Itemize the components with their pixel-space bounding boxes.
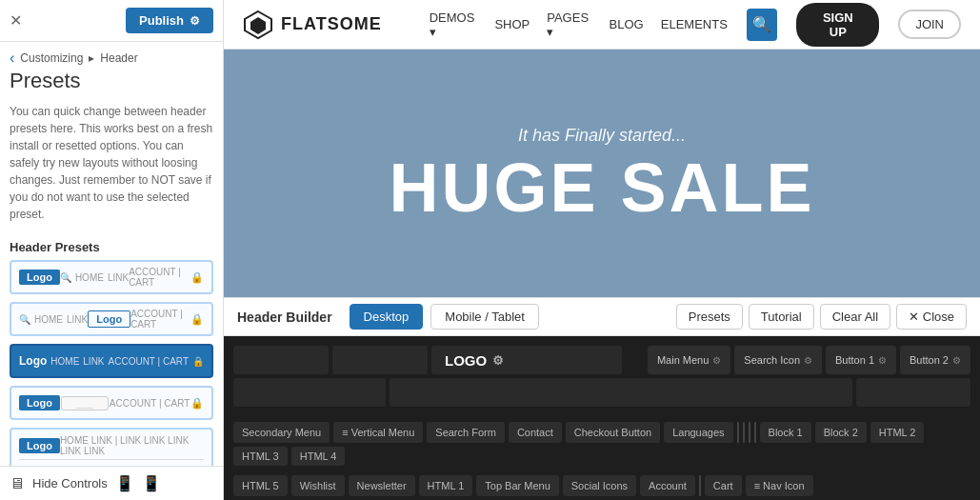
preset-account-3: ACCOUNT | CART	[109, 356, 189, 367]
main-area: FLATSOME DEMOS ▾ SHOP PAGES ▾ BLOG ELEME…	[224, 0, 980, 500]
widget-block1[interactable]: Block 1	[760, 422, 811, 443]
preset-item-4[interactable]: Logo ___ ACCOUNT | CART 🔒	[10, 386, 213, 420]
nav-elements[interactable]: ELEMENTS	[661, 17, 728, 31]
logo-text: FLATSOME	[281, 14, 382, 34]
publish-button[interactable]: Publish ⚙	[126, 8, 213, 33]
canvas-spacer	[626, 346, 644, 374]
button2-gear: ⚙	[952, 355, 961, 366]
button1-chip[interactable]: Button 1 ⚙	[826, 346, 896, 374]
widget-newsletter[interactable]: Newsletter	[349, 475, 415, 496]
widget-html5[interactable]: HTML 5	[233, 475, 288, 496]
button1-gear: ⚙	[878, 355, 887, 366]
widget-separator-4	[754, 422, 756, 443]
back-arrow-icon[interactable]: ‹	[10, 50, 14, 67]
builder-canvas: LOGO ⚙ Main Menu ⚙ Search Icon ⚙ Button …	[224, 336, 980, 416]
widget-checkout-button[interactable]: Checkout Button	[566, 422, 660, 443]
nav-pages[interactable]: PAGES ▾	[547, 10, 591, 39]
widget-separator-3	[749, 422, 750, 443]
tablet-icon[interactable]: 📱	[115, 474, 134, 492]
close-builder-button[interactable]: ✕ Close	[896, 304, 967, 330]
preset-account-1: ACCOUNT | CART	[129, 267, 190, 288]
widget-vertical-menu[interactable]: ≡ Vertical Menu	[333, 422, 423, 443]
search-icon-chip[interactable]: Search Icon ⚙	[734, 346, 822, 374]
tab-desktop[interactable]: Desktop	[350, 304, 424, 330]
widget-search-form[interactable]: Search Form	[427, 422, 505, 443]
hero-section: It has Finally started... HUGE SALE	[224, 50, 980, 297]
presets-list: Logo 🔍HOMELINK ACCOUNT | CART 🔒 🔍HOMELIN…	[0, 260, 223, 466]
panel-footer[interactable]: 🖥 Hide Controls 📱 📱	[0, 466, 223, 500]
nav-search-button[interactable]: 🔍	[747, 9, 777, 41]
mobile-icon[interactable]: 📱	[142, 474, 161, 492]
widget-wishlist[interactable]: Wishlist	[291, 475, 345, 496]
widget-secondary-menu[interactable]: Secondary Menu	[233, 422, 330, 443]
top-navbar: FLATSOME DEMOS ▾ SHOP PAGES ▾ BLOG ELEME…	[224, 0, 980, 50]
widget-cart[interactable]: Cart	[705, 475, 742, 496]
hero-subtitle: It has Finally started...	[518, 126, 686, 146]
bottom-bar: HTML 5 Wishlist Newsletter HTML 1 Top Ba…	[224, 471, 980, 500]
breadcrumb-child: Header	[100, 51, 137, 65]
canvas-main-row: LOGO ⚙ Main Menu ⚙ Search Icon ⚙ Button …	[233, 346, 970, 374]
preset-logo-2: Logo	[88, 310, 130, 328]
button2-chip[interactable]: Button 2 ⚙	[900, 346, 970, 374]
preset-item-3[interactable]: Logo HOMELINK ACCOUNT | CART 🔒	[10, 344, 213, 378]
preset-item-1[interactable]: Logo 🔍HOMELINK ACCOUNT | CART 🔒	[10, 260, 213, 294]
logo-cell[interactable]: LOGO ⚙	[431, 346, 622, 374]
nav-blog[interactable]: BLOG	[610, 17, 644, 31]
signup-button[interactable]: SIGN UP	[796, 3, 879, 47]
join-button[interactable]: JOIN	[898, 10, 961, 39]
desktop-icon[interactable]: 🖥	[10, 475, 25, 492]
panel-header: ✕ Publish ⚙	[0, 0, 223, 42]
empty-cell-1	[233, 378, 386, 407]
preset-links-5a: HOME LINK | LINK LINK LINK LINK LINK	[60, 435, 204, 456]
preset-links-3: HOMELINK	[50, 356, 104, 367]
preset-item-2[interactable]: 🔍HOMELINK Logo ACCOUNT | CART 🔒	[10, 302, 213, 336]
tab-mobile[interactable]: Mobile / Tablet	[430, 304, 539, 330]
button1-label: Button 1	[835, 354, 874, 366]
search-icon-gear: ⚙	[804, 355, 812, 366]
tutorial-button[interactable]: Tutorial	[749, 304, 814, 330]
preset-links-1: 🔍HOMELINK	[60, 272, 129, 283]
preset-account-4: ACCOUNT | CART	[110, 398, 190, 409]
widget-social-icons[interactable]: Social Icons	[563, 475, 636, 496]
widget-separator-1	[737, 422, 739, 443]
publish-label: Publish	[139, 13, 184, 28]
widget-languages[interactable]: Languages	[664, 422, 732, 443]
preset-item-5[interactable]: Logo HOME LINK | LINK LINK LINK LINK LIN…	[10, 428, 213, 466]
clear-all-button[interactable]: Clear All	[820, 304, 890, 330]
hb-actions: Presets Tutorial Clear All ✕ Close	[676, 304, 967, 330]
widget-html1[interactable]: HTML 1	[419, 475, 473, 496]
widget-bar: Secondary Menu ≡ Vertical Menu Search Fo…	[224, 416, 980, 471]
preset-logo-5: Logo	[19, 438, 60, 453]
widget-top-bar-menu[interactable]: Top Bar Menu	[476, 475, 558, 496]
presets-button[interactable]: Presets	[676, 304, 743, 330]
button2-label: Button 2	[910, 354, 949, 366]
nav-links: DEMOS ▾ SHOP PAGES ▾ BLOG ELEMENTS	[430, 10, 728, 39]
preset-logo-3: Logo	[19, 354, 47, 368]
widget-html3[interactable]: HTML 3	[233, 447, 288, 466]
hero-title: HUGE SALE	[389, 153, 814, 222]
header-presets-label: Header Presets	[0, 234, 223, 260]
close-icon[interactable]: ✕	[10, 11, 22, 30]
widget-block2[interactable]: Block 2	[815, 422, 867, 443]
search-icon-label: Search Icon	[744, 354, 800, 366]
preset-lock-1: 🔒	[190, 271, 204, 284]
widget-account[interactable]: Account	[640, 475, 695, 496]
svg-marker-1	[250, 17, 266, 34]
widget-nav-icon[interactable]: ≡ Nav Icon	[746, 475, 813, 496]
panel-title: Presets	[0, 67, 223, 103]
breadcrumb-separator: ▸	[89, 51, 94, 65]
header-builder-label: Header Builder	[237, 310, 332, 325]
gear-icon: ⚙	[190, 14, 200, 28]
panel-description: You can quick change between header pres…	[0, 103, 223, 234]
widget-contact[interactable]: Contact	[509, 422, 562, 443]
widget-html2[interactable]: HTML 2	[870, 422, 925, 443]
hide-controls-label[interactable]: Hide Controls	[32, 476, 108, 490]
nav-demos[interactable]: DEMOS ▾	[430, 10, 478, 39]
preset-lock-2: 🔒	[190, 313, 204, 326]
logo-gear-icon[interactable]: ⚙	[492, 353, 504, 368]
logo-label: LOGO	[445, 352, 487, 369]
canvas-cell-2	[332, 346, 428, 374]
widget-html4[interactable]: HTML 4	[291, 447, 346, 466]
main-menu-chip[interactable]: Main Menu ⚙	[648, 346, 730, 374]
nav-shop[interactable]: SHOP	[494, 17, 530, 31]
